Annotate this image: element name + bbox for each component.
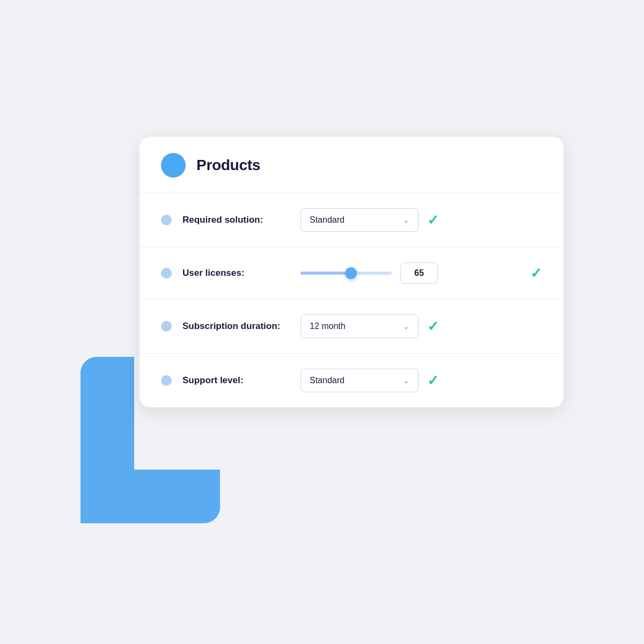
support-level-check-icon: ✓ bbox=[427, 372, 439, 389]
chevron-down-icon: ⌄ bbox=[403, 322, 409, 331]
support-level-value: Standard bbox=[310, 376, 345, 385]
card-title: Products bbox=[196, 157, 260, 174]
user-licenses-label: User licenses: bbox=[182, 268, 290, 279]
slider-container: 65 bbox=[301, 262, 522, 284]
support-level-control: Standard ⌄ ✓ bbox=[301, 369, 542, 392]
subscription-duration-label: Subscription duration: bbox=[182, 321, 290, 332]
chevron-down-icon: ⌄ bbox=[403, 376, 409, 385]
slider-track[interactable] bbox=[301, 272, 392, 275]
subscription-duration-value: 12 month bbox=[310, 321, 346, 331]
user-licenses-value[interactable]: 65 bbox=[400, 262, 438, 284]
chevron-down-icon: ⌄ bbox=[403, 216, 409, 224]
required-solution-label: Required solution: bbox=[182, 215, 290, 225]
products-card: Products Required solution: Standard ⌄ ✓… bbox=[140, 137, 564, 407]
slider-fill bbox=[301, 272, 351, 275]
user-licenses-check-icon: ✓ bbox=[530, 265, 542, 282]
user-licenses-row: User licenses: 65 ✓ bbox=[140, 247, 564, 299]
row-dot-subscription-duration bbox=[161, 321, 172, 332]
row-dot-required-solution bbox=[161, 215, 172, 225]
scene: Products Required solution: Standard ⌄ ✓… bbox=[80, 121, 564, 523]
products-icon bbox=[161, 153, 186, 178]
support-level-dropdown[interactable]: Standard ⌄ bbox=[301, 369, 419, 392]
required-solution-row: Required solution: Standard ⌄ ✓ bbox=[140, 193, 564, 247]
subscription-duration-row: Subscription duration: 12 month ⌄ ✓ bbox=[140, 299, 564, 354]
row-dot-support-level bbox=[161, 375, 172, 386]
card-header: Products bbox=[140, 137, 564, 193]
support-level-label: Support level: bbox=[182, 375, 290, 386]
support-level-row: Support level: Standard ⌄ ✓ bbox=[140, 354, 564, 407]
subscription-duration-dropdown[interactable]: 12 month ⌄ bbox=[301, 314, 419, 338]
subscription-duration-check-icon: ✓ bbox=[427, 318, 439, 335]
required-solution-value: Standard bbox=[310, 215, 345, 225]
row-dot-user-licenses bbox=[161, 268, 172, 279]
required-solution-control: Standard ⌄ ✓ bbox=[301, 208, 542, 232]
required-solution-check-icon: ✓ bbox=[427, 212, 439, 229]
user-licenses-control: 65 ✓ bbox=[301, 262, 542, 284]
required-solution-dropdown[interactable]: Standard ⌄ bbox=[301, 208, 419, 232]
slider-thumb[interactable] bbox=[345, 267, 357, 279]
subscription-duration-control: 12 month ⌄ ✓ bbox=[301, 314, 542, 338]
